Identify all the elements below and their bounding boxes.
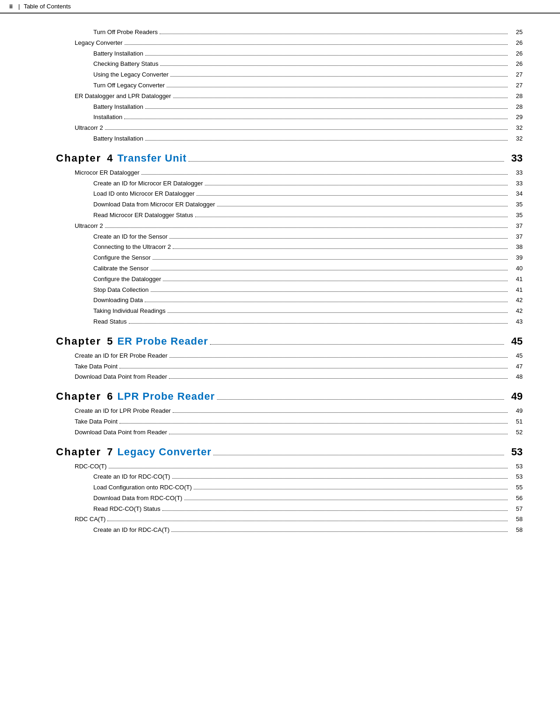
chapter6-num: 6 — [107, 390, 113, 403]
toc-line: Download Data Point from Reader52 — [56, 428, 523, 438]
toc-line-leader — [107, 521, 508, 521]
toc-content: Turn Off Probe Readers25Legacy Converter… — [0, 14, 560, 550]
toc-line: Read Status43 — [56, 317, 523, 327]
chapter4-label: Chapter — [56, 152, 101, 164]
toc-line-leader — [194, 489, 508, 489]
toc-line-leader — [196, 195, 508, 196]
toc-line-page: 27 — [510, 81, 523, 91]
toc-line: Connecting to the Ultracorr 238 — [56, 242, 523, 252]
toc-line-page: 53 — [510, 472, 523, 482]
chapter7-label: Chapter — [56, 446, 101, 458]
toc-line-leader — [145, 140, 508, 141]
toc-line-leader — [169, 434, 508, 434]
toc-line-page: 27 — [510, 70, 523, 80]
toc-line: Ultracorr 232 — [56, 123, 523, 133]
toc-line-text: Create an ID for the Sensor — [93, 232, 168, 242]
toc-line-leader — [141, 174, 508, 175]
toc-line-page: 35 — [510, 211, 523, 220]
toc-line-leader — [162, 510, 508, 511]
toc-line: Configure the Sensor39 — [56, 253, 523, 263]
toc-line-leader — [145, 55, 508, 56]
toc-line-page: 32 — [510, 134, 523, 144]
toc-line: Create an ID for the Sensor37 — [56, 232, 523, 242]
toc-line-text: Turn Off Legacy Converter — [93, 81, 165, 91]
chapter6-label: Chapter — [56, 390, 101, 403]
toc-line-text: Take Data Point — [75, 417, 118, 427]
toc-line: Calibrate the Sensor40 — [56, 264, 523, 274]
chapter5-heading: Chapter 5 ER Probe Reader 45 — [56, 335, 523, 347]
toc-line-page: 40 — [510, 264, 523, 274]
toc-line-leader — [173, 248, 508, 249]
toc-line-text: Configure the Datalogger — [93, 275, 161, 284]
toc-line-text: Using the Legacy Converter — [93, 70, 168, 80]
toc-line-text: RDC CA(T) — [75, 515, 105, 524]
toc-line-page: 58 — [510, 515, 523, 524]
toc-line: RDC CA(T)58 — [56, 515, 523, 524]
toc-line-text: Checking Battery Status — [93, 59, 158, 69]
toc-line-page: 45 — [510, 351, 523, 361]
toc-line-text: Create an ID for LPR Probe Reader — [75, 406, 171, 416]
header-title: Table of Contents — [24, 3, 71, 10]
toc-line-text: Stop Data Collection — [93, 285, 149, 295]
toc-line-leader — [151, 270, 508, 270]
toc-line-text: Installation — [93, 113, 122, 122]
toc-line-page: 28 — [510, 102, 523, 112]
toc-line-page: 53 — [510, 462, 523, 472]
toc-line-text: Downloading Data — [93, 296, 143, 305]
toc-line-text: Download Data Point from Reader — [75, 428, 167, 438]
toc-line-page: 51 — [510, 417, 523, 427]
toc-line-text: Read Status — [93, 317, 127, 327]
toc-line-text: Create an ID for ER Probe Reader — [75, 351, 168, 361]
toc-line-leader — [167, 87, 508, 87]
toc-line-leader — [171, 531, 508, 532]
toc-line-leader — [105, 227, 508, 228]
toc-line: Turn Off Legacy Converter27 — [56, 81, 523, 91]
toc-line-page: 25 — [510, 28, 523, 37]
toc-line-page: 48 — [510, 372, 523, 382]
toc-line-page: 37 — [510, 221, 523, 231]
toc-line-page: 41 — [510, 285, 523, 295]
chapter6-title: LPR Probe Reader — [117, 390, 215, 403]
toc-line-page: 26 — [510, 49, 523, 59]
toc-line: Installation29 — [56, 113, 523, 122]
toc-line-page: 58 — [510, 525, 523, 535]
toc-line-page: 32 — [510, 123, 523, 133]
chapter5-title: ER Probe Reader — [117, 335, 208, 347]
toc-line-text: Configure the Sensor — [93, 253, 151, 263]
toc-line-page: 56 — [510, 494, 523, 503]
toc-line-text: Legacy Converter — [75, 38, 123, 48]
toc-line-page: 38 — [510, 242, 523, 252]
chapter4-page: 33 — [506, 152, 523, 164]
toc-line-leader — [163, 281, 508, 281]
toc-line-leader — [195, 217, 508, 217]
toc-line-text: Take Data Point — [75, 362, 118, 372]
toc-line-page: 26 — [510, 59, 523, 69]
chapter5-leader — [210, 344, 504, 345]
toc-line-text: Microcor ER Datalogger — [75, 168, 140, 178]
toc-line: Take Data Point51 — [56, 417, 523, 427]
toc-line-text: RDC-CO(T) — [75, 462, 107, 472]
toc-line-text: Create an ID for RDC-CO(T) — [93, 472, 170, 482]
page-number: ii — [9, 3, 13, 10]
toc-line-leader — [173, 98, 508, 98]
toc-line-text: Load Configuration onto RDC-CO(T) — [93, 483, 192, 493]
toc-line-page: 29 — [510, 113, 523, 122]
page-header: ii | Table of Contents — [0, 0, 560, 14]
toc-line-text: Taking Individual Readings — [93, 306, 166, 316]
toc-line: Download Data from RDC-CO(T)56 — [56, 494, 523, 503]
toc-line-page: 34 — [510, 189, 523, 199]
toc-line-leader — [169, 238, 508, 239]
toc-line-page: 49 — [510, 406, 523, 416]
toc-line-page: 33 — [510, 179, 523, 189]
toc-line-page: 43 — [510, 317, 523, 327]
toc-line: Legacy Converter26 — [56, 38, 523, 48]
toc-line: Battery Installation26 — [56, 49, 523, 59]
toc-line-page: 47 — [510, 362, 523, 372]
toc-line-text: Read Microcor ER Datalogger Status — [93, 211, 193, 220]
toc-line-page: 57 — [510, 504, 523, 514]
toc-line: Microcor ER Datalogger33 — [56, 168, 523, 178]
toc-line-text: Ultracorr 2 — [75, 123, 103, 133]
toc-line: Configure the Datalogger41 — [56, 275, 523, 284]
toc-line-text: Read RDC-CO(T) Status — [93, 504, 161, 514]
toc-line-text: Download Data from Microcor ER Datalogge… — [93, 200, 215, 210]
